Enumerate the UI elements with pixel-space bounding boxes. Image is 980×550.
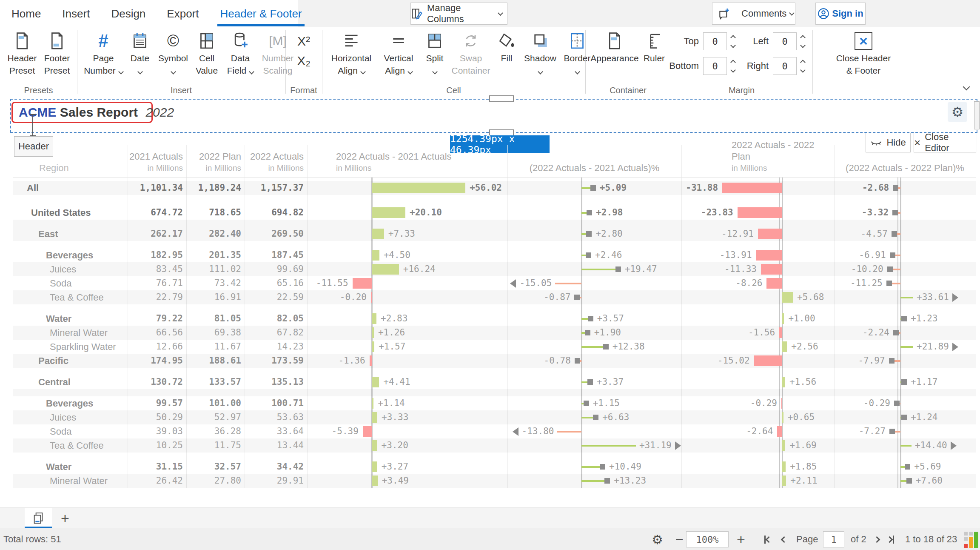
sign-in-button[interactable]: Sign in xyxy=(815,3,866,25)
close-editor-button[interactable]: × Close Editor xyxy=(914,133,976,152)
table-row[interactable]: All1,101.341,189.241,157.37+56.02+5.09-3… xyxy=(13,181,976,195)
pin-marker xyxy=(574,295,580,300)
symbol-button[interactable]: © Symbol xyxy=(156,30,190,77)
variance-value: +1.14 xyxy=(378,396,405,410)
row-label: East xyxy=(13,227,128,241)
table-row[interactable]: Water31.1532.5734.42+3.27+10.49+1.85+5.6… xyxy=(13,460,976,474)
table-row[interactable]: Pacific174.95188.61173.59-1.36-0.78-15.0… xyxy=(13,354,976,368)
split-button[interactable]: Split xyxy=(421,30,449,77)
column-header-delta-py-pct[interactable]: (2022 Actuals - 2021 Actuals)% xyxy=(507,162,681,177)
pin-marker xyxy=(890,252,895,258)
zoom-in-button[interactable]: + xyxy=(737,528,745,550)
status-bar: Total rows: 51 ⚙ − 100% + Page 1 of 2 1 … xyxy=(0,528,980,550)
table-row[interactable]: East262.17282.40269.50+7.33+2.80-12.91-4… xyxy=(13,227,976,241)
fill-button[interactable]: Fill xyxy=(494,30,519,64)
cell-pl: 1,189.24 xyxy=(186,181,245,195)
column-header-delta-plan-pct[interactable]: (2022 Actuals - 2022 Plan)% xyxy=(834,162,976,177)
table-row[interactable]: Central130.72133.57135.13+4.41+3.37+1.56… xyxy=(13,375,976,389)
tab-header-footer[interactable]: Header & Footer xyxy=(219,1,302,26)
pin-stick xyxy=(581,445,636,447)
table-row[interactable]: Mineral Water26.4227.8029.91+3.49+13.23+… xyxy=(13,474,976,488)
variance-bar xyxy=(372,398,373,409)
hide-button[interactable]: Hide xyxy=(866,133,911,152)
variance-percent-value: +6.63 xyxy=(602,410,629,424)
page-number-input[interactable]: 1 xyxy=(823,531,844,547)
column-header-2022-plan[interactable]: 2022 Planin Millions xyxy=(186,151,245,177)
header-preset-button[interactable]: Header Preset xyxy=(6,30,38,77)
margin-top-stepper[interactable] xyxy=(731,36,735,47)
margin-top-input[interactable]: 0 xyxy=(703,32,727,50)
zoom-out-button[interactable]: − xyxy=(675,528,684,550)
first-page-button[interactable] xyxy=(764,528,771,550)
cell-value-button[interactable]: Cell Value xyxy=(193,30,221,77)
page-number-button[interactable]: # Page Number xyxy=(83,30,124,77)
shadow-button[interactable]: Shadow xyxy=(522,30,558,77)
manage-columns-button[interactable]: Manage Columns xyxy=(410,3,507,25)
table-row[interactable]: Soda39.0336.2833.64-5.39-13.80-2.64-7.27 xyxy=(13,424,976,438)
table-row[interactable]: Water79.2281.0582.05+2.83+3.57+1.00+1.23 xyxy=(13,312,976,326)
cell-delta-plan-pct: -7.97 xyxy=(834,354,976,368)
column-header-region[interactable]: Region xyxy=(13,162,128,177)
zoom-level-input[interactable]: 100% xyxy=(686,531,729,547)
close-header-footer-button[interactable]: × Close Header & Footer xyxy=(827,30,900,77)
table-row[interactable]: Tea & Coffee10.2511.7513.44+3.20+31.19+1… xyxy=(13,438,976,453)
table-row[interactable]: Sparkling Water12.6611.6714.23+1.57+12.3… xyxy=(13,340,976,354)
sheet-tab-active[interactable] xyxy=(25,508,52,528)
table-settings-gear-icon[interactable]: ⚙ xyxy=(652,528,663,550)
cell-delta-py-pct: +2.46 xyxy=(507,248,681,262)
margin-left-input[interactable]: 0 xyxy=(773,32,797,50)
tab-insert[interactable]: Insert xyxy=(61,1,91,26)
table-row[interactable]: Juices83.45111.0299.69+16.24+19.47-11.33… xyxy=(13,262,976,276)
column-header-delta-py[interactable]: 2022 Actuals - 2021 Actualsin Millions xyxy=(307,151,507,177)
column-header-delta-plan[interactable]: 2022 Actuals - 2022Planin Millions xyxy=(681,139,834,177)
vertical-align-icon xyxy=(389,30,408,52)
superscript-button[interactable]: X² xyxy=(285,32,322,51)
previous-page-button[interactable] xyxy=(782,528,786,550)
margin-left-stepper[interactable] xyxy=(801,36,805,47)
variance-percent-value: +1.15 xyxy=(593,396,620,410)
table-row[interactable]: Juices50.2952.9753.63+3.33+6.63+0.65+1.2… xyxy=(13,410,976,424)
last-page-button[interactable] xyxy=(887,528,894,550)
header-scrollbar[interactable] xyxy=(974,101,980,129)
margin-bottom-stepper[interactable] xyxy=(731,60,735,72)
horizontal-align-button[interactable]: Horizontal Align xyxy=(328,30,375,77)
cell-delta-plan: -13.91 xyxy=(681,248,834,262)
comments-button[interactable]: Comments xyxy=(712,3,795,25)
variance-bar xyxy=(761,264,782,275)
variance-bar xyxy=(782,341,787,352)
resize-handle-top[interactable] xyxy=(489,95,514,102)
appearance-button[interactable]: Appearance xyxy=(590,30,640,64)
subscript-button[interactable]: X₂ xyxy=(285,51,322,71)
table-row[interactable]: Beverages182.95201.35187.45+4.50+2.46-13… xyxy=(13,248,976,262)
footer-preset-button[interactable]: Footer Preset xyxy=(41,30,73,77)
collapse-ribbon-icon[interactable] xyxy=(963,83,970,91)
tab-export[interactable]: Export xyxy=(166,1,199,26)
add-sheet-button[interactable]: + xyxy=(54,508,76,528)
ruler-button[interactable]: Ruler xyxy=(641,30,667,64)
cell-pl: 201.35 xyxy=(186,248,245,262)
table-row[interactable]: Mineral Water66.5669.3867.82+1.26+1.90-1… xyxy=(13,326,976,340)
cell-ac: 269.50 xyxy=(245,227,307,241)
header-settings-gear-icon[interactable]: ⚙ xyxy=(948,102,967,122)
table-row[interactable]: United States674.72718.65694.82+20.10+2.… xyxy=(13,206,976,220)
column-header-2022-actuals[interactable]: 2022 Actualsin Millions xyxy=(245,151,307,177)
table-row[interactable]: Beverages99.57101.00100.71+1.14+1.15-0.2… xyxy=(13,396,976,410)
data-field-button[interactable]: Data Field xyxy=(223,30,257,77)
date-button[interactable]: Date xyxy=(126,30,154,77)
vertical-align-button[interactable]: Vertical Align xyxy=(378,30,419,77)
variance-percent-value: -7.97 xyxy=(858,354,885,368)
table-row[interactable]: Soda76.7173.4265.16-11.55-15.05-8.26-11.… xyxy=(13,276,976,290)
table-row[interactable]: Tea & Coffee22.7916.9122.59-0.20-0.87+5.… xyxy=(13,290,976,304)
margin-right-stepper[interactable] xyxy=(801,60,805,72)
tab-home[interactable]: Home xyxy=(11,1,42,26)
cell-pl: 11.75 xyxy=(186,438,245,453)
close-icon: × xyxy=(855,30,872,52)
pin-marker xyxy=(894,401,900,406)
report-title[interactable]: ACME Sales Report 2022 xyxy=(19,105,174,120)
margin-right-input[interactable]: 0 xyxy=(773,57,797,75)
next-page-button[interactable] xyxy=(875,528,879,550)
tab-design[interactable]: Design xyxy=(110,1,146,26)
column-header-2021-actuals[interactable]: 2021 Actualsin Millions xyxy=(128,151,186,177)
cell-py: 50.29 xyxy=(128,410,186,424)
margin-bottom-input[interactable]: 0 xyxy=(703,57,727,75)
